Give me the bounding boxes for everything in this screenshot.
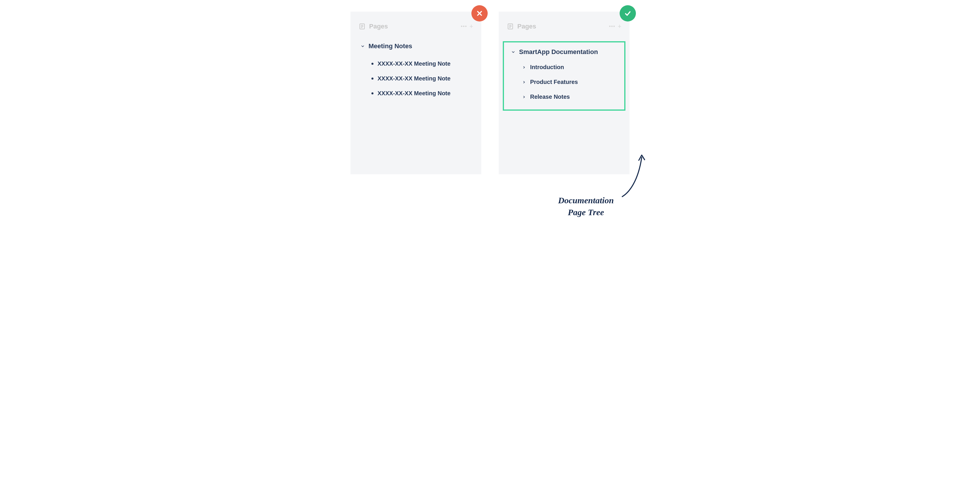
bullet-icon [371,63,374,65]
tree-root-item[interactable]: SmartApp Documentation [508,47,621,57]
tree-root-label: SmartApp Documentation [519,48,598,56]
check-icon [624,10,632,17]
pages-icon [359,23,366,30]
tree-item[interactable]: Release Notes [519,89,621,104]
tree-item-label: XXXX-XX-XX Meeting Note [377,75,450,82]
chevron-right-icon [522,95,526,99]
pages-title: Pages [369,23,457,30]
pages-title: Pages [517,23,605,30]
tree-item-label: XXXX-XX-XX Meeting Note [377,90,450,97]
chevron-down-icon [360,44,365,49]
good-example-panel: Pages ••• + SmartApp Documentation [499,12,630,174]
annotation-label: Documentation Page Tree [548,195,624,218]
tree-children: XXXX-XX-XX Meeting Note XXXX-XX-XX Meeti… [357,56,475,101]
tree-item-label: Product Features [530,79,578,86]
tree-item[interactable]: XXXX-XX-XX Meeting Note [368,86,475,101]
tree-item[interactable]: XXXX-XX-XX Meeting Note [368,71,475,86]
header-actions: ••• + [461,23,473,30]
tree-item-label: XXXX-XX-XX Meeting Note [377,60,450,67]
chevron-right-icon [522,65,526,70]
add-page-icon[interactable]: + [469,23,473,30]
tree-children: Introduction Product Features Release No… [508,60,621,104]
header-actions: ••• + [609,23,621,30]
bullet-icon [371,92,374,94]
pages-icon [507,23,514,30]
more-icon[interactable]: ••• [609,24,615,30]
check-badge [620,5,636,22]
tree-root-item[interactable]: Meeting Notes [357,41,475,51]
tree-root-label: Meeting Notes [369,43,412,50]
chevron-right-icon [522,80,526,84]
annotation-arrow [615,152,650,201]
bullet-icon [371,78,374,79]
bad-example-panel: Pages ••• + Meeting Notes XXXX-XX-XX Mee… [350,12,481,174]
good-panel-body: Pages ••• + SmartApp Documentation [499,12,630,174]
tree-item-label: Release Notes [530,94,570,100]
chevron-down-icon [511,50,515,54]
tree-item-label: Introduction [530,64,564,71]
cross-badge [471,5,488,22]
tree-item[interactable]: XXXX-XX-XX Meeting Note [368,56,475,71]
tree-item[interactable]: Introduction [519,60,621,75]
add-page-icon[interactable]: + [617,23,621,30]
panel-header: Pages ••• + [357,20,475,33]
more-icon[interactable]: ••• [461,24,467,30]
tree-item[interactable]: Product Features [519,75,621,89]
highlighted-page-tree: SmartApp Documentation Introduction Prod… [503,41,625,111]
bad-panel-body: Pages ••• + Meeting Notes XXXX-XX-XX Mee… [350,12,481,174]
cross-icon [476,10,483,17]
panel-header: Pages ••• + [505,20,623,33]
